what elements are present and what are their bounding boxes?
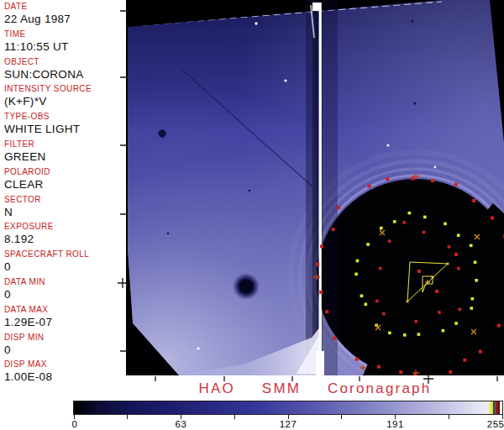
colorbar-tick-label: 0 bbox=[72, 419, 78, 429]
metadata-field-label: OBJECT bbox=[4, 57, 126, 67]
metadata-field-value: 11:10:55 UT bbox=[4, 40, 126, 53]
colorbar-stripe bbox=[498, 401, 500, 414]
metadata-field-label: DISP MAX bbox=[4, 359, 126, 370]
metadata-field-value: 0 bbox=[4, 260, 126, 273]
metadata-field-value: 22 Aug 1987 bbox=[4, 13, 126, 25]
coronagraph-viewer-window: DATE 22 Aug 1987 TIME 11:10:55 UT OBJECT… bbox=[0, 0, 504, 430]
colorbar-ticks: 063127191255 bbox=[74, 415, 502, 430]
metadata-field: DATA MAX 1.29E-07 bbox=[0, 305, 126, 333]
metadata-field-label: SPACECRAFT ROLL bbox=[4, 249, 126, 260]
metadata-field-value: 0 bbox=[4, 343, 126, 356]
metadata-field-value: 1.29E-07 bbox=[4, 316, 126, 328]
metadata-field: POLAROID CLEAR bbox=[0, 167, 126, 195]
colorbar-tick bbox=[449, 415, 449, 419]
metadata-field: DATA MIN 0 bbox=[0, 277, 126, 305]
colorbar-tick-label: 191 bbox=[386, 419, 404, 429]
metadata-field: EXPOSURE 8.192 bbox=[0, 222, 126, 249]
metadata-field: TYPE-OBS WHITE LIGHT bbox=[0, 112, 126, 139]
metadata-field-label: DATA MIN bbox=[4, 277, 126, 287]
colorbar-tick bbox=[234, 415, 235, 419]
metadata-field-label: DATE bbox=[4, 2, 126, 12]
colorbar-tick-label: 255 bbox=[487, 419, 504, 429]
metadata-field-label: FILTER bbox=[4, 139, 126, 149]
metadata-field-label: EXPOSURE bbox=[4, 222, 126, 232]
metadata-field: INTENSITY SOURCE (K+F)*V bbox=[0, 84, 126, 112]
colorbar-gradient bbox=[74, 401, 502, 414]
metadata-field-label: INTENSITY SOURCE bbox=[4, 84, 126, 94]
metadata-field: OBJECT SUN:CORONA bbox=[0, 57, 126, 85]
metadata-field-value: 0 bbox=[4, 288, 126, 301]
metadata-field-label: POLAROID bbox=[4, 167, 126, 177]
metadata-field-label: DATA MAX bbox=[4, 305, 126, 315]
metadata-field-value: N bbox=[4, 206, 126, 218]
colorbar-tick-label: 63 bbox=[176, 419, 187, 429]
metadata-field-value: SUN:CORONA bbox=[4, 68, 126, 81]
colorbar-tick-label: 127 bbox=[280, 419, 297, 429]
metadata-field-label: SECTOR bbox=[4, 195, 126, 205]
metadata-field-label: TYPE-OBS bbox=[4, 112, 126, 122]
metadata-field: TIME 11:10:55 UT bbox=[0, 29, 126, 57]
metadata-panel: DATE 22 Aug 1987 TIME 11:10:55 UT OBJECT… bbox=[0, 0, 126, 384]
metadata-field-value: 8.192 bbox=[4, 233, 126, 245]
metadata-field: SPACECRAFT ROLL 0 bbox=[0, 249, 126, 277]
plot-title: HAO SMM Coronagraph bbox=[126, 380, 504, 397]
coronagraph-image bbox=[126, 0, 504, 375]
grayscale-colorbar bbox=[73, 401, 503, 415]
metadata-field-value: WHITE LIGHT bbox=[4, 123, 126, 135]
metadata-field-value: CLEAR bbox=[4, 178, 126, 191]
metadata-field: DISP MIN 0 bbox=[0, 333, 126, 360]
metadata-field: DISP MAX 1.00E-08 bbox=[0, 359, 126, 387]
metadata-field-value: 1.00E-08 bbox=[4, 370, 126, 383]
metadata-field: FILTER GREEN bbox=[0, 139, 126, 167]
metadata-field-value: (K+F)*V bbox=[4, 95, 126, 108]
metadata-field: SECTOR N bbox=[0, 195, 126, 223]
metadata-field-label: DISP MIN bbox=[4, 333, 126, 343]
metadata-field-label: TIME bbox=[4, 29, 126, 39]
colorbar-tick bbox=[341, 415, 342, 419]
colorbar-tick bbox=[127, 415, 128, 419]
metadata-field: DATE 22 Aug 1987 bbox=[0, 2, 126, 29]
metadata-field-value: GREEN bbox=[4, 150, 126, 163]
